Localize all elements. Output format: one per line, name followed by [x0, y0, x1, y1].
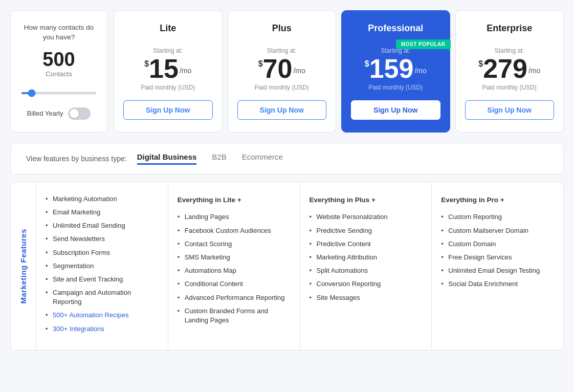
feature-item: Split Automations: [310, 266, 423, 275]
feature-item: Custom Branded Forms and Landing Pages: [178, 307, 291, 325]
features-columns: Marketing Automation Email Marketing Unl…: [36, 182, 563, 350]
contacts-card: How many contacts do you have? 500 Conta…: [10, 10, 107, 133]
per-mo-professional: /mo: [414, 67, 426, 75]
feature-col-pro: Everything in Plus + Website Personaliza…: [300, 182, 432, 350]
feature-item: Subscription Forms: [46, 248, 159, 257]
plan-name-enterprise: Enterprise: [487, 23, 532, 34]
feature-item: Contact Scoring: [178, 239, 291, 249]
pricing-container: How many contacts do you have? 500 Conta…: [10, 10, 564, 351]
signup-button-lite[interactable]: Sign Up Now: [123, 100, 213, 120]
per-mo-plus: /mo: [293, 67, 305, 75]
feature-item: Marketing Automation: [46, 194, 159, 204]
tab-b2b[interactable]: B2B: [212, 153, 226, 165]
pro-features-header: Everything in Plus +: [310, 194, 423, 206]
starting-at-enterprise: Starting at:: [495, 47, 524, 54]
contacts-slider[interactable]: [21, 92, 97, 94]
features-label-col: Marketing Features: [11, 182, 36, 350]
paid-monthly-enterprise: Paid monthly (USD): [482, 84, 537, 91]
business-tabs: Digital Business B2B Ecommerce: [137, 153, 283, 165]
feature-item: Automations Map: [178, 266, 291, 275]
dollar-sign-professional: $: [365, 59, 369, 69]
plan-card-plus: Plus Starting at: $ 70 /mo Paid monthly …: [228, 10, 337, 133]
feature-item: Site and Event Tracking: [46, 275, 159, 284]
feature-list-plus: Landing Pages Facebook Custom Audiences …: [178, 212, 291, 325]
signup-button-professional[interactable]: Sign Up Now: [351, 100, 440, 120]
dollar-sign-enterprise: $: [478, 59, 483, 69]
feature-item: Segmentation: [46, 262, 159, 271]
feature-item-link: 500+ Automation Recipes: [46, 311, 159, 320]
feature-list-enterprise: Custom Reporting Custom Mailserver Domai…: [441, 212, 554, 289]
price-amount-professional: 159: [369, 55, 414, 82]
plan-name-professional: Professional: [368, 23, 423, 34]
price-amount-enterprise: 279: [483, 55, 527, 82]
signup-button-plus[interactable]: Sign Up Now: [237, 100, 327, 120]
price-row-professional: $ 159 /mo: [365, 55, 427, 82]
feature-list-pro: Website Personalization Predictive Sendi…: [310, 212, 423, 302]
most-popular-badge: MOST POPULAR: [396, 39, 451, 49]
paid-monthly-professional: Paid monthly (USD): [368, 84, 423, 91]
billed-yearly-toggle[interactable]: [68, 107, 91, 120]
per-mo-lite: /mo: [180, 67, 191, 75]
features-table: Marketing Features Marketing Automation …: [11, 182, 563, 350]
plan-card-enterprise: Enterprise Starting at: $ 279 /mo Paid m…: [455, 10, 564, 133]
feature-item: Send Newsletters: [46, 234, 159, 244]
business-type-label: View features by business type:: [26, 155, 127, 163]
starting-at-lite: Starting at:: [153, 47, 183, 54]
feature-col-lite: Marketing Automation Email Marketing Unl…: [36, 182, 168, 350]
feature-item: Free Design Services: [441, 253, 554, 262]
feature-col-enterprise: Everything in Pro + Custom Reporting Cus…: [432, 182, 563, 350]
per-mo-enterprise: /mo: [528, 67, 540, 75]
feature-item: Marketing Attribution: [310, 253, 423, 262]
feature-item: Campaign and Automation Reporting: [46, 288, 159, 307]
price-row-plus: $ 70 /mo: [258, 55, 305, 82]
pricing-row: How many contacts do you have? 500 Conta…: [10, 10, 564, 133]
automation-recipes-link[interactable]: 500+ Automation Recipes: [53, 311, 129, 319]
feature-item: Site Messages: [310, 293, 423, 302]
feature-item: Advanced Performance Reporting: [178, 293, 291, 302]
business-type-section: View features by business type: Digital …: [10, 143, 564, 175]
feature-item: Conditional Content: [178, 279, 291, 289]
billed-yearly-row: Billed Yearly: [27, 107, 91, 120]
price-amount-lite: 15: [149, 55, 179, 82]
signup-button-enterprise[interactable]: Sign Up Now: [465, 100, 555, 120]
plan-name-lite: Lite: [160, 23, 176, 34]
feature-item-link: 300+ Integrations: [46, 324, 159, 334]
feature-item: Landing Pages: [178, 212, 291, 222]
price-row-enterprise: $ 279 /mo: [478, 55, 540, 82]
feature-item: Unlimited Email Sending: [46, 221, 159, 230]
toggle-slider: [68, 107, 91, 120]
feature-item: Custom Reporting: [441, 212, 554, 222]
starting-at-plus: Starting at:: [267, 47, 297, 54]
contacts-count: 500: [42, 50, 75, 69]
billed-yearly-label: Billed Yearly: [27, 110, 63, 117]
feature-item: Unlimited Email Design Testing: [441, 266, 554, 275]
feature-item: Email Marketing: [46, 208, 159, 217]
features-label-rotated: Marketing Features: [19, 229, 28, 304]
tab-digital-business[interactable]: Digital Business: [137, 153, 197, 165]
plan-name-plus: Plus: [272, 23, 292, 34]
dollar-sign-lite: $: [144, 59, 149, 69]
feature-item: Predictive Content: [310, 239, 423, 249]
feature-col-plus: Everything in Lite + Landing Pages Faceb…: [168, 182, 300, 350]
plan-cards-wrapper: Lite Starting at: $ 15 /mo Paid monthly …: [114, 10, 564, 133]
paid-monthly-lite: Paid monthly (USD): [141, 84, 195, 91]
feature-item: Predictive Sending: [310, 226, 423, 235]
feature-item: Facebook Custom Audiences: [178, 226, 291, 235]
feature-item: Social Data Enrichment: [441, 279, 554, 289]
dollar-sign-plus: $: [258, 59, 263, 69]
paid-monthly-plus: Paid monthly (USD): [255, 84, 309, 91]
integrations-link[interactable]: 300+ Integrations: [53, 325, 104, 333]
tab-ecommerce[interactable]: Ecommerce: [242, 153, 283, 165]
price-amount-plus: 70: [263, 55, 293, 82]
plan-card-lite: Lite Starting at: $ 15 /mo Paid monthly …: [114, 10, 223, 133]
feature-list-lite: Marketing Automation Email Marketing Unl…: [46, 194, 159, 334]
feature-item: SMS Marketing: [178, 253, 291, 262]
feature-item: Website Personalization: [310, 212, 423, 222]
feature-item: Custom Mailserver Domain: [441, 226, 554, 235]
feature-item: Conversion Reporting: [310, 279, 423, 289]
enterprise-features-header: Everything in Pro +: [441, 194, 554, 206]
feature-item: Custom Domain: [441, 239, 554, 249]
contacts-question: How many contacts do you have?: [21, 23, 97, 42]
features-section: Marketing Features Marketing Automation …: [10, 182, 564, 351]
plus-features-header: Everything in Lite +: [178, 194, 291, 206]
